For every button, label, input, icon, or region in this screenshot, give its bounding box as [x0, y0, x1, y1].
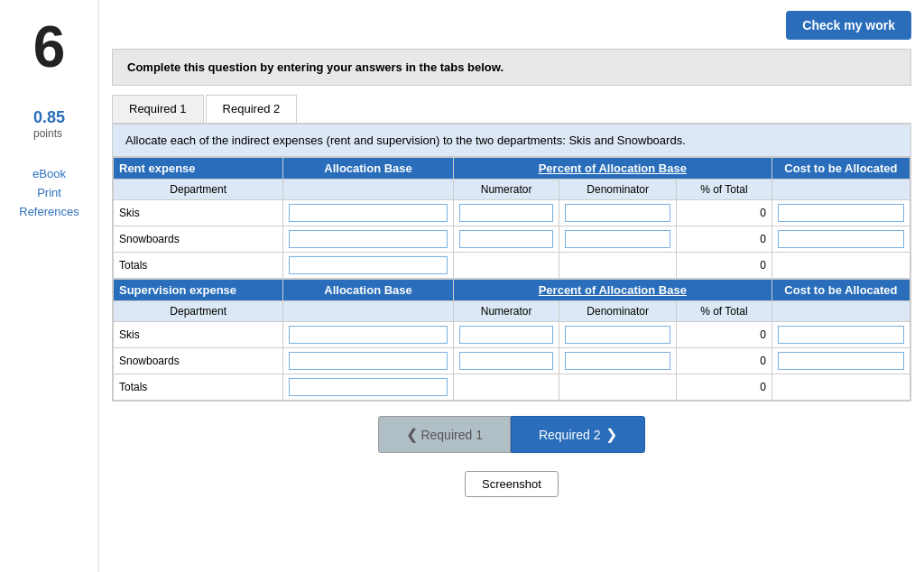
prev-chevron-icon: ❮ — [406, 427, 418, 442]
rent-section-header: Rent expense Allocation Base Percent of … — [114, 158, 910, 180]
supervision-skis-cost-input[interactable] — [778, 326, 904, 344]
supervision-skis-num-input[interactable] — [459, 326, 554, 344]
supervision-skis-alloc-input[interactable] — [289, 326, 447, 344]
table-row: Totals 0 — [114, 374, 910, 401]
supervision-totals-alloc-input[interactable] — [289, 378, 447, 396]
supervision-expense-table: Supervision expense Allocation Base Perc… — [113, 279, 910, 401]
supervision-dept-label: Department — [114, 301, 283, 322]
question-number: 6 — [33, 18, 66, 76]
rent-skis-alloc-input[interactable] — [289, 204, 447, 222]
print-link[interactable]: Print — [37, 186, 61, 199]
rent-snowboards-num-input[interactable] — [459, 230, 554, 248]
rent-totals-alloc-input[interactable] — [289, 256, 447, 274]
table-row: Skis 0 — [114, 200, 910, 226]
rent-percent-header: Percent of Allocation Base — [453, 158, 772, 180]
rent-alloc-header: Allocation Base — [283, 158, 453, 180]
supervision-totals-pct: 0 — [676, 374, 772, 401]
rent-pct-label: % of Total — [676, 180, 772, 200]
screenshot-button[interactable]: Screenshot — [465, 471, 559, 497]
supervision-title: Supervision expense — [114, 280, 283, 301]
rent-snowboards-denom-input[interactable] — [565, 230, 670, 248]
rent-title: Rent expense — [114, 158, 283, 180]
supervision-snowboards-denom-input[interactable] — [565, 352, 670, 370]
supervision-alloc-header: Allocation Base — [283, 280, 453, 301]
top-bar: Check my work — [112, 11, 911, 40]
supervision-skis-denom-input[interactable] — [565, 326, 670, 344]
tab-required-1[interactable]: Required 1 — [112, 95, 204, 123]
table-container: Allocate each of the indirect expenses (… — [112, 124, 911, 401]
question-text: Allocate each of the indirect expenses (… — [125, 134, 686, 147]
supervision-snowboards-cost-input[interactable] — [778, 352, 904, 370]
rent-totals-label: Totals — [114, 253, 283, 279]
rent-snowboards-label: Snowboards — [114, 226, 283, 253]
prev-button[interactable]: ❮ Required 1 — [378, 416, 511, 453]
ebook-link[interactable]: eBook — [32, 167, 66, 180]
next-button[interactable]: Required 2 ❯ — [511, 416, 646, 453]
references-link[interactable]: References — [19, 205, 79, 218]
instruction-banner: Complete this question by entering your … — [112, 49, 911, 86]
rent-numerator-label: Numerator — [453, 180, 559, 200]
question-instruction: Allocate each of the indirect expenses (… — [113, 125, 910, 157]
supervision-dept-row: Department Numerator Denominator % of To… — [114, 301, 910, 322]
tab-required-2[interactable]: Required 2 — [206, 95, 298, 123]
supervision-snowboards-alloc-input[interactable] — [289, 352, 447, 370]
supervision-skis-pct: 0 — [676, 322, 772, 348]
rent-snowboards-alloc-input[interactable] — [289, 230, 447, 248]
next-label: Required 2 — [539, 428, 601, 442]
navigation-buttons: ❮ Required 1 Required 2 ❯ — [112, 416, 911, 453]
rent-dept-row: Department Numerator Denominator % of To… — [114, 180, 910, 200]
points-value: 0.85 — [33, 108, 65, 127]
supervision-skis-label: Skis — [114, 322, 283, 348]
supervision-percent-header: Percent of Allocation Base — [453, 280, 772, 301]
table-row: Snowboards 0 — [114, 348, 910, 374]
next-chevron-icon: ❯ — [605, 426, 617, 443]
sidebar-nav: eBook Print References — [0, 167, 98, 218]
prev-label: Required 1 — [420, 428, 483, 442]
supervision-denominator-label: Denominator — [559, 301, 677, 322]
rent-expense-table: Rent expense Allocation Base Percent of … — [113, 157, 910, 279]
rent-skis-num-input[interactable] — [459, 204, 554, 222]
screenshot-area: Screenshot — [112, 471, 911, 497]
rent-skis-cost-input[interactable] — [778, 204, 904, 222]
rent-skis-denom-input[interactable] — [565, 204, 670, 222]
rent-snowboards-pct: 0 — [676, 226, 772, 253]
rent-skis-pct: 0 — [676, 200, 772, 226]
supervision-cost-header: Cost to be Allocated — [772, 280, 910, 301]
sidebar: 6 0.85 points eBook Print References — [0, 0, 99, 572]
rent-totals-pct: 0 — [676, 253, 772, 279]
supervision-pct-label: % of Total — [676, 301, 772, 322]
supervision-snowboards-label: Snowboards — [114, 348, 283, 374]
tabs: Required 1 Required 2 — [112, 95, 911, 124]
supervision-totals-label: Totals — [114, 374, 283, 401]
rent-dept-label: Department — [114, 180, 283, 200]
supervision-section-header: Supervision expense Allocation Base Perc… — [114, 280, 910, 301]
supervision-snowboards-num-input[interactable] — [459, 352, 554, 370]
rent-skis-label: Skis — [114, 200, 283, 226]
supervision-snowboards-pct: 0 — [676, 348, 772, 374]
table-row: Totals 0 — [114, 253, 910, 279]
rent-snowboards-cost-input[interactable] — [778, 230, 904, 248]
main-content: Check my work Complete this question by … — [99, 0, 924, 572]
table-row: Snowboards 0 — [114, 226, 910, 253]
rent-denominator-label: Denominator — [559, 180, 677, 200]
rent-cost-header: Cost to be Allocated — [772, 158, 910, 180]
table-row: Skis 0 — [114, 322, 910, 348]
points-label: points — [33, 127, 65, 140]
supervision-numerator-label: Numerator — [453, 301, 559, 322]
check-work-button[interactable]: Check my work — [786, 11, 911, 40]
instruction-text: Complete this question by entering your … — [127, 60, 504, 74]
